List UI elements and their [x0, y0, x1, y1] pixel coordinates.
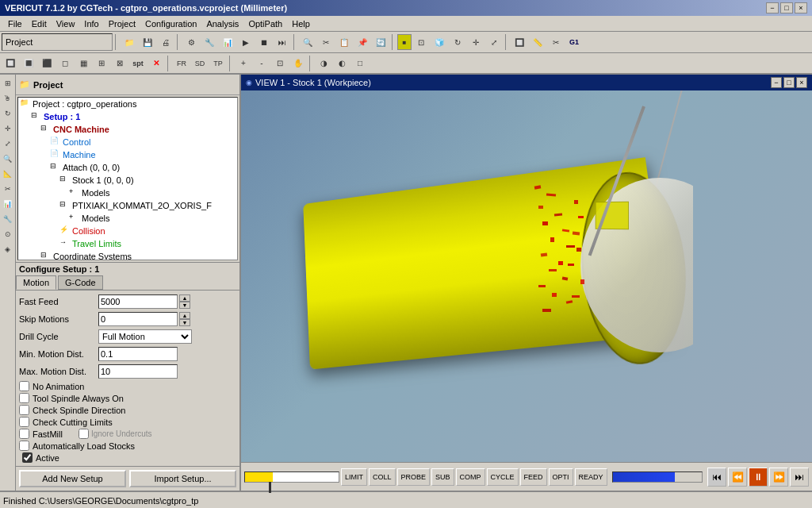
tree-cnc-machine[interactable]: ⊟ CNC Machine: [18, 123, 237, 136]
tb-btn-6[interactable]: ⏭: [274, 33, 291, 51]
media-btn-pause[interactable]: ⏸: [749, 468, 768, 487]
fast-feed-input[interactable]: [98, 294, 178, 309]
tab-gcode[interactable]: G-Code: [58, 275, 103, 290]
cycle-button[interactable]: CYCLE: [487, 468, 519, 486]
left-tb-4[interactable]: ✛: [1, 121, 15, 136]
left-tb-6[interactable]: 🔍: [1, 152, 15, 166]
tb-save[interactable]: 💾: [139, 33, 156, 51]
media-btn-end[interactable]: ⏭: [790, 468, 809, 487]
tb2-btn-2[interactable]: 🔳: [20, 55, 37, 72]
tb-scale[interactable]: ⤢: [485, 33, 503, 51]
auto-load-stocks-check[interactable]: [19, 441, 29, 451]
tab-motion[interactable]: Motion: [16, 275, 56, 290]
tb-zoom-fit[interactable]: ⊡: [412, 33, 430, 51]
import-setup-button[interactable]: Import Setup...: [129, 470, 236, 487]
check-spindle-check[interactable]: [19, 405, 29, 415]
close-button[interactable]: ×: [795, 2, 807, 13]
tb2-pan[interactable]: ✋: [289, 55, 307, 72]
tb-color-1[interactable]: ■: [397, 34, 412, 50]
viewport-3d[interactable]: [241, 90, 812, 462]
tb2-btn-6[interactable]: ⊞: [93, 55, 110, 72]
tree-models-2[interactable]: + Models: [18, 212, 237, 225]
menu-view[interactable]: View: [52, 17, 80, 30]
tree-attach[interactable]: ⊟ Attach (0, 0, 0): [18, 161, 237, 174]
probe-button[interactable]: PROBE: [397, 468, 431, 486]
tb-btn-11[interactable]: 🔄: [372, 33, 389, 51]
left-tb-1[interactable]: ⊞: [1, 76, 15, 90]
viewport-restore[interactable]: □: [783, 77, 795, 88]
tree-travel-limits[interactable]: → Travel Limits: [18, 237, 237, 250]
tb2-shade-2[interactable]: ◐: [333, 55, 350, 72]
tb2-zoom-all[interactable]: ⊡: [271, 55, 289, 72]
tb-btn-1[interactable]: ⚙: [182, 33, 200, 51]
fast-feed-up[interactable]: ▲: [179, 294, 190, 302]
no-animation-check[interactable]: [19, 381, 29, 391]
tb-open[interactable]: 📁: [121, 33, 138, 51]
tb-measure[interactable]: 📏: [529, 33, 546, 51]
tb2-zoom-in[interactable]: +: [235, 55, 252, 72]
coll-button[interactable]: COLL: [369, 468, 396, 486]
tb2-spt[interactable]: spt: [129, 55, 147, 72]
tb2-btn-3[interactable]: ⬛: [38, 55, 56, 72]
media-btn-forward[interactable]: ⏩: [769, 468, 788, 487]
tb-g1-label[interactable]: G1: [565, 33, 583, 51]
sub-button[interactable]: SUB: [431, 468, 454, 486]
viewport-minimize[interactable]: −: [771, 77, 782, 88]
tree-setup[interactable]: ⊟ Setup : 1: [18, 110, 237, 123]
tree-stock[interactable]: ⊟ Stock 1 (0, 0, 0): [18, 174, 237, 187]
fastmill-check[interactable]: [19, 429, 29, 439]
tb-btn-2[interactable]: 🔧: [201, 33, 218, 51]
add-new-setup-button[interactable]: Add New Setup: [19, 470, 126, 487]
check-cutting-check[interactable]: [19, 417, 29, 427]
skip-down[interactable]: ▼: [179, 319, 190, 326]
menu-info[interactable]: Info: [79, 17, 103, 30]
comp-button[interactable]: COMP: [456, 468, 485, 486]
tb-btn-4[interactable]: ▶: [237, 33, 255, 51]
tb-btn-3[interactable]: 📊: [219, 33, 236, 51]
tb2-btn-4[interactable]: ◻: [56, 55, 74, 72]
menu-project[interactable]: Project: [104, 17, 140, 30]
limit-button[interactable]: LIMIT: [341, 468, 367, 486]
media-btn-back[interactable]: ⏮: [707, 468, 726, 487]
min-motion-input[interactable]: [98, 347, 178, 361]
tb2-btn-7[interactable]: ⊠: [111, 55, 128, 72]
tb2-btn-5[interactable]: ▦: [75, 55, 92, 72]
tb-view-iso[interactable]: 🧊: [431, 33, 448, 51]
left-tb-3[interactable]: ↻: [1, 106, 15, 121]
minimize-button[interactable]: −: [766, 2, 779, 13]
tb-rotate[interactable]: ↻: [449, 33, 466, 51]
tb-btn-9[interactable]: 📋: [335, 33, 353, 51]
menu-file[interactable]: File: [3, 17, 27, 30]
tb2-btn-1[interactable]: 🔲: [2, 55, 19, 72]
tree-root[interactable]: 📁 Project : cgtpro_operations: [18, 98, 237, 110]
menu-analysis[interactable]: Analysis: [201, 17, 243, 30]
left-tb-9[interactable]: 📊: [1, 197, 15, 211]
tb-btn-7[interactable]: 🔍: [299, 33, 316, 51]
restore-button[interactable]: □: [780, 2, 793, 13]
tree-collision[interactable]: ⚡ Collision: [18, 225, 237, 237]
media-btn-rewind[interactable]: ⏪: [728, 468, 747, 487]
project-selector[interactable]: Project: [2, 33, 113, 51]
left-tb-7[interactable]: 📐: [1, 167, 15, 181]
project-tree[interactable]: 📁 Project : cgtpro_operations ⊟ Setup : …: [17, 97, 238, 260]
max-motion-input[interactable]: [98, 364, 178, 379]
tb-btn-10[interactable]: 📌: [354, 33, 371, 51]
tree-coord-systems[interactable]: ⊟ Coordinate Systems: [18, 250, 237, 260]
tb2-x-btn[interactable]: ✕: [147, 55, 165, 72]
left-tb-2[interactable]: 🖱: [1, 91, 15, 106]
menu-edit[interactable]: Edit: [27, 17, 52, 30]
skip-motions-input[interactable]: [98, 312, 178, 326]
tb-translate[interactable]: ✛: [467, 33, 485, 51]
ready-button[interactable]: READY: [575, 468, 607, 486]
skip-up[interactable]: ▲: [179, 312, 190, 319]
opti-button[interactable]: OPTI: [549, 468, 573, 486]
left-tb-10[interactable]: 🔧: [1, 212, 15, 226]
active-check[interactable]: [22, 452, 33, 463]
viewport-close[interactable]: ×: [796, 77, 807, 88]
tool-spindle-check[interactable]: [19, 393, 29, 403]
tree-models-1[interactable]: + Models: [18, 187, 237, 199]
tb-btn-8[interactable]: ✂: [317, 33, 335, 51]
tb2-view-top[interactable]: TP: [209, 55, 227, 72]
menu-help[interactable]: Help: [287, 17, 315, 30]
tb-btn-5[interactable]: ⏹: [255, 33, 273, 51]
